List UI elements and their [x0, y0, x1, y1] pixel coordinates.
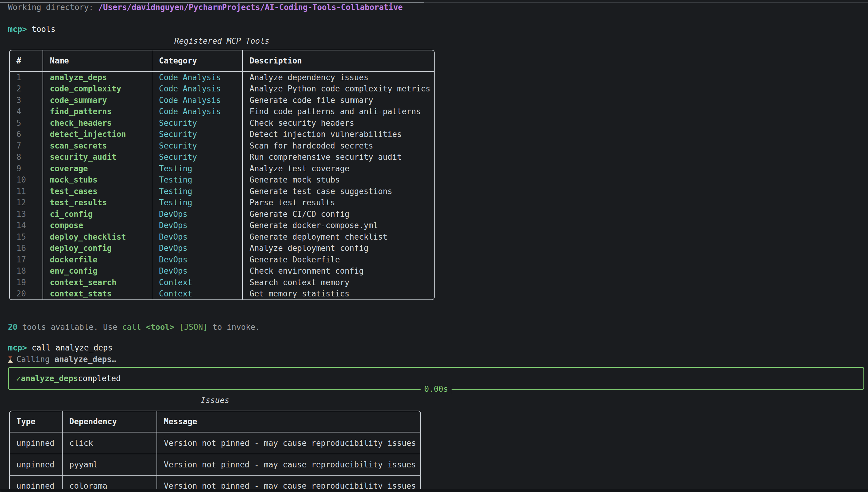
tool-name: find_patterns — [43, 106, 152, 118]
tool-name: security_audit — [43, 151, 152, 163]
success-check-icon: ✓ — [16, 374, 21, 383]
calling-label: Calling — [17, 355, 50, 364]
completed-tool-name: analyze_deps — [21, 374, 78, 383]
tool-description: Generate docker-compose.yml — [242, 220, 434, 231]
table-row: 11test_casesTestingGenerate test case su… — [10, 186, 434, 197]
command-text: call analyze_deps — [31, 343, 113, 352]
tool-description: Find code patterns and anti-patterns — [242, 106, 434, 118]
tool-description: Generate mock stubs — [242, 174, 434, 186]
tool-category: Testing — [152, 174, 242, 186]
tool-name: code_complexity — [43, 83, 152, 95]
table-row: 20context_statsContextGet memory statist… — [10, 288, 434, 300]
tool-category: Code Analysis — [152, 106, 242, 118]
header-cell-number: # — [10, 50, 43, 71]
header-cell-name: Name — [43, 50, 152, 71]
table-row: 6detect_injectionSecurityDetect injectio… — [10, 129, 434, 140]
row-number: 2 — [10, 83, 43, 95]
summary-text-after: to invoke. — [212, 322, 260, 331]
tools-summary-line: 20 tools available. Use call <tool> [JSO… — [8, 322, 260, 333]
table-row: 18env_configDevOpsCheck environment conf… — [10, 266, 434, 277]
table-row: 8security_auditSecurityRun comprehensive… — [10, 151, 434, 163]
row-number: 12 — [10, 197, 43, 208]
completed-status-text: completed — [78, 374, 121, 383]
tool-category: DevOps — [152, 266, 242, 277]
issue-message: Version not pinned - may cause reproduci… — [157, 433, 420, 454]
issues-table: Type Dependency Message unpinnedclickVer… — [9, 411, 421, 492]
tool-name: env_config — [43, 266, 152, 277]
tool-category: Testing — [152, 186, 242, 197]
tool-category: Testing — [152, 197, 242, 208]
issue-row: unpinnedpyyamlVersion not pinned - may c… — [10, 454, 420, 475]
tools-table-header-row: # Name Category Description — [10, 50, 434, 72]
tool-category: DevOps — [152, 208, 242, 220]
tool-category: Code Analysis — [152, 83, 242, 95]
tool-description: Detect injection vulnerabilities — [242, 129, 434, 140]
tool-description: Analyze test coverage — [242, 163, 434, 174]
header-cell-message: Message — [157, 411, 420, 432]
tool-category: Code Analysis — [152, 95, 242, 106]
row-number: 4 — [10, 106, 43, 118]
header-cell-type: Type — [10, 411, 62, 432]
row-number: 3 — [10, 95, 43, 106]
row-number: 14 — [10, 220, 43, 231]
tool-name: context_search — [43, 277, 152, 288]
row-number: 8 — [10, 151, 43, 163]
tool-name: check_headers — [43, 117, 152, 129]
table-row: 7scan_secretsSecurityScan for hardcoded … — [10, 140, 434, 151]
tool-description: Get memory statistics — [242, 288, 434, 300]
tool-description: Search context memory — [242, 277, 434, 288]
tool-name: coverage — [43, 163, 152, 174]
working-directory-path: /Users/davidnguyen/PycharmProjects/AI-Co… — [98, 3, 403, 12]
tool-description: Parse test results — [242, 197, 434, 208]
tool-name: analyze_deps — [43, 72, 152, 83]
tool-category: Security — [152, 151, 242, 163]
tool-description: Analyze dependency issues — [242, 72, 434, 83]
prompt-label: mcp> — [8, 343, 27, 352]
tools-table-body: 1analyze_depsCode AnalysisAnalyze depend… — [10, 72, 434, 299]
table-row: 1analyze_depsCode AnalysisAnalyze depend… — [10, 72, 434, 83]
table-row: 12test_resultsTestingParse test results — [10, 197, 434, 208]
row-number: 16 — [10, 243, 43, 254]
tool-description: Generate code file summary — [242, 95, 434, 106]
tool-name: test_results — [43, 197, 152, 208]
result-panel: ✓ analyze_deps completed 0.00s — [8, 367, 864, 390]
issues-table-body: unpinnedclickVersion not pinned - may ca… — [10, 433, 420, 492]
table-row: 4find_patternsCode AnalysisFind code pat… — [10, 106, 434, 118]
issue-message: Version not pinned - may cause reproduci… — [157, 454, 420, 475]
tool-description: Analyze deployment config — [242, 243, 434, 254]
tool-description: Check security headers — [242, 117, 434, 129]
tool-name: detect_injection — [43, 129, 152, 140]
elapsed-time-badge: 0.00s — [421, 385, 452, 394]
calling-tool-name: analyze_deps… — [54, 355, 116, 364]
tool-description: Run comprehensive security audit — [242, 151, 434, 163]
table-row: 17dockerfileDevOpsGenerate Dockerfile — [10, 254, 434, 266]
tools-table-title: Registered MCP Tools — [9, 35, 435, 47]
call-keyword: call — [122, 322, 141, 331]
tool-category: Context — [152, 277, 242, 288]
tool-description: Generate Dockerfile — [242, 254, 434, 266]
row-number: 15 — [10, 231, 43, 243]
tool-name: context_stats — [43, 288, 152, 300]
tool-name: dockerfile — [43, 254, 152, 266]
tool-category: DevOps — [152, 254, 242, 266]
issues-table-header-row: Type Dependency Message — [10, 411, 420, 433]
header-cell-category: Category — [152, 50, 242, 71]
tools-table: # Name Category Description 1analyze_dep… — [9, 50, 435, 300]
working-directory-label: Working directory: — [8, 3, 94, 12]
table-row: 9coverageTestingAnalyze test coverage — [10, 163, 434, 174]
tool-category: DevOps — [152, 220, 242, 231]
tool-category: Code Analysis — [152, 72, 242, 83]
prompt-label: mcp> — [8, 25, 27, 34]
tool-description: Check environment config — [242, 266, 434, 277]
issue-type: unpinned — [10, 454, 62, 475]
tool-category: Security — [152, 140, 242, 151]
tool-description: Generate deployment checklist — [242, 231, 434, 243]
summary-text-before: tools available. Use — [22, 322, 117, 331]
tool-placeholder-arg: <tool> — [146, 322, 174, 331]
issue-type: unpinned — [10, 433, 62, 454]
tool-name: ci_config — [43, 208, 152, 220]
terminal-screen[interactable]: Working directory: /Users/davidnguyen/Py… — [0, 0, 868, 492]
calling-status-line: Calling analyze_deps… — [8, 354, 116, 365]
hourglass-icon — [8, 355, 13, 363]
header-cell-description: Description — [242, 50, 434, 71]
